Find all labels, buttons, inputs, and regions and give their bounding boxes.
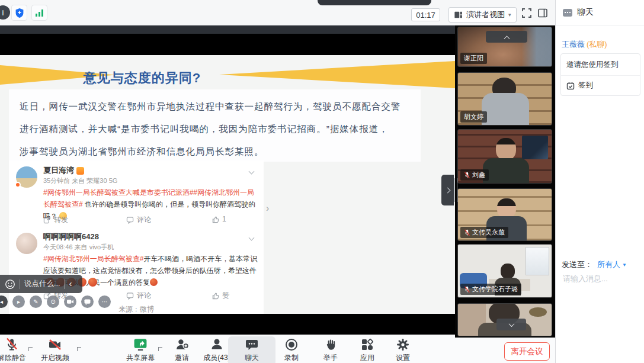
video-options-caret[interactable] [77, 343, 83, 349]
record-icon [284, 338, 299, 352]
repost-button[interactable]: 转发 [43, 215, 68, 225]
focus-button[interactable]: ⊙ [47, 295, 59, 308]
camera-button[interactable] [64, 295, 76, 308]
avatar [16, 233, 37, 254]
chevron-right-icon [445, 187, 451, 193]
chevron-right-icon[interactable]: › [266, 203, 269, 214]
participant-name: 文传学院石子璐 [472, 285, 518, 294]
weibo-post-meta: 35分钟前 来自 荣耀30 5G [43, 176, 117, 185]
leave-meeting-button[interactable]: 离开会议 [504, 342, 550, 361]
send-to-label: 发送至： [562, 259, 592, 270]
floating-control-pill[interactable] [318, 0, 431, 5]
mic-muted-icon [464, 286, 470, 293]
participant-name: 谢正阳 [464, 54, 483, 63]
repost-icon [43, 216, 51, 224]
private-chat-tag: (私聊) [587, 40, 607, 49]
comment-button[interactable]: 评论 [126, 215, 151, 225]
weibo-username: 啊啊啊啊啊6428 [43, 232, 99, 242]
info-icon[interactable]: i [0, 5, 10, 20]
participant-name: 刘鑫 [472, 171, 485, 179]
chevron-down-icon[interactable] [249, 232, 257, 239]
panel-expand-handle[interactable] [441, 175, 454, 205]
chat-message-text: 邀请您使用签到 [561, 54, 640, 76]
view-mode-dropdown[interactable]: 演讲者视图 ▾ [448, 7, 517, 23]
chevron-down-icon: ▾ [508, 12, 511, 18]
message-input[interactable] [562, 272, 637, 296]
verified-badge-icon [15, 182, 21, 188]
mic-muted-icon [5, 337, 19, 352]
resize-grip[interactable] [457, 178, 457, 202]
security-shield-button[interactable] [11, 5, 27, 21]
participant-video[interactable]: 文传学院石子璐 [457, 244, 552, 298]
share-screen-icon [133, 337, 148, 352]
chat-bubble-icon [563, 9, 572, 17]
view-mode-label: 演讲者视图 [466, 9, 505, 20]
slide-body-line: 进行酒精测试，并大喊“是市委书记叫我喝的，我因为陪市委书记招商。”据媒体报道， [20, 118, 410, 140]
chat-sender-name[interactable]: 王薇薇 [562, 40, 585, 49]
participant-video-strip: 谢正阳 胡文婷 刘鑫 文传吴永菔 [455, 25, 555, 338]
chat-panel: 聊天 王薇薇(私聊) 邀请您使用签到 签到 发送至： 所有人▼ [555, 0, 644, 363]
weibo-post: 夏日海湾 35分钟前 来自 荣耀30 5G #网传鄂州一局长醉驾被查大喊是市委书… [9, 160, 264, 227]
vip-badge-icon [76, 167, 84, 175]
more-button[interactable]: ⋯ [98, 295, 111, 308]
angry-emoji-icon [88, 278, 97, 287]
participant-video[interactable]: 文传吴永菔 [457, 188, 552, 241]
pencil-button[interactable]: ✎ [30, 295, 42, 308]
apps-grid-icon [360, 338, 374, 352]
bottom-toolbar: 解除静音 开启视频 共享屏幕 邀请 成员(43) 聊天 录制 [0, 335, 555, 363]
comment-icon [126, 292, 134, 300]
signal-bars-icon [35, 9, 44, 17]
hand-icon [324, 338, 337, 352]
comment-button[interactable]: 评论 [126, 291, 151, 301]
top-bar: i 01:17 演讲者视图 ▾ [0, 0, 555, 25]
share-screen-button[interactable]: 共享屏幕 [117, 336, 164, 363]
settings-button[interactable]: 设置 [379, 336, 427, 363]
fullscreen-button[interactable] [521, 8, 532, 18]
collapse-strip-button[interactable] [486, 31, 527, 43]
participant-name: 胡文婷 [464, 113, 483, 121]
presentation-slide: 意见与态度的异同? 近日，网传一武汉交警在鄂州市异地执法过程中查获一起醉驾行为，… [0, 55, 455, 314]
chevron-down-icon: ▼ [622, 262, 627, 268]
like-button[interactable]: 1 [212, 215, 226, 223]
smiley-icon[interactable] [5, 279, 15, 290]
thumbs-up-icon [212, 292, 219, 300]
weibo-hashtags[interactable]: #网传湖北鄂州一局长醉驾被查# [43, 255, 143, 263]
sign-in-button[interactable]: 签到 [561, 76, 640, 95]
calendar-check-icon [566, 82, 575, 90]
presentation-top-strip [0, 25, 455, 34]
message-button[interactable] [81, 295, 94, 308]
participant-video[interactable]: 刘鑫 [457, 129, 552, 184]
divider [64, 280, 65, 289]
comment-input-placeholder[interactable]: 说点什么... [24, 279, 60, 289]
message-icon [84, 299, 91, 305]
shield-icon [15, 8, 24, 18]
chat-message-card: 邀请您使用签到 签到 [560, 53, 640, 96]
layout-icon [454, 11, 463, 19]
bullet-comment-bar[interactable]: 说点什么... ‹ [0, 275, 82, 293]
shared-screen-area: 意见与态度的异同? 近日，网传一武汉交警在鄂州市异地执法过程中查获一起醉驾行为，… [0, 25, 455, 335]
participant-video[interactable]: 胡文婷 [457, 72, 552, 126]
resize-grip[interactable] [454, 178, 455, 202]
scroll-down-button[interactable] [496, 319, 526, 330]
mic-muted-icon [464, 229, 470, 236]
chevron-left-icon[interactable]: ‹ [69, 279, 72, 288]
play-button[interactable]: ▸ [12, 295, 25, 308]
divider [20, 280, 20, 289]
send-to-select[interactable]: 所有人▼ [597, 259, 627, 270]
angry-emoji-icon [150, 278, 158, 286]
weibo-post-meta: 今天08:46 来自 vivo手机 [43, 243, 114, 252]
slide-title: 意见与态度的异同? [0, 69, 284, 87]
chevron-down-icon[interactable] [249, 165, 257, 172]
annotation-toolbar: ◂ ▸ ✎ ⊙ ⋯ [0, 295, 111, 308]
network-quality-button[interactable] [31, 5, 47, 21]
mic-muted-icon [464, 172, 470, 179]
like-button[interactable]: 赞 [212, 291, 229, 301]
start-video-button[interactable]: 开启视频 [31, 336, 79, 363]
participant-name: 文传吴永菔 [472, 228, 505, 237]
slide-body: 近日，网传一武汉交警在鄂州市异地执法过程中查获一起醉驾行为，驾驶员不愿配合交警 … [9, 89, 421, 162]
side-panel-toggle-button[interactable] [537, 8, 548, 18]
slide-body-line: 近日，网传一武汉交警在鄂州市异地执法过程中查获一起醉驾行为，驾驶员不愿配合交警 [20, 95, 410, 118]
camera-muted-icon [47, 338, 63, 352]
slide-body-line: 涉事驾驶员为湖北省鄂州市经济和信息化局局长彭某照。 [20, 140, 410, 163]
prev-button[interactable]: ◂ [0, 295, 8, 308]
